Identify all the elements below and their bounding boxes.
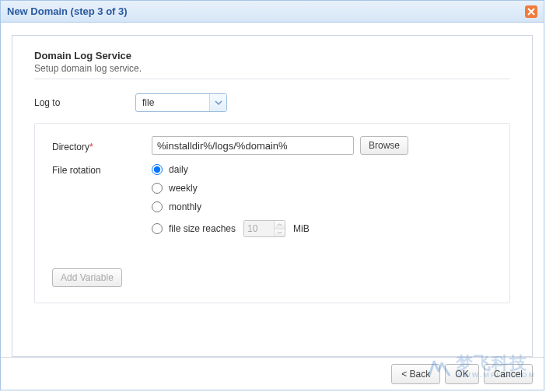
chevron-down-icon xyxy=(277,231,282,234)
file-options-panel: Directory* Browse File rotation daily xyxy=(34,123,510,303)
log-to-row: Log to file xyxy=(34,93,510,112)
chevron-down-icon xyxy=(215,100,222,105)
rotation-option-daily[interactable]: daily xyxy=(152,164,310,175)
radio-monthly[interactable] xyxy=(152,201,163,212)
radio-daily[interactable] xyxy=(152,164,163,175)
section-subtitle: Setup domain log service. xyxy=(34,63,510,74)
content-area: Domain Log Service Setup domain log serv… xyxy=(1,23,544,357)
rotation-row: File rotation daily weekly monthly xyxy=(52,163,492,237)
radio-weekly[interactable] xyxy=(152,183,163,194)
spinner-up[interactable] xyxy=(275,221,285,229)
dialog-title: New Domain (step 3 of 3) xyxy=(7,5,128,17)
rotation-option-weekly[interactable]: weekly xyxy=(152,183,310,194)
spinner-down[interactable] xyxy=(275,229,285,237)
close-icon xyxy=(527,8,535,16)
divider xyxy=(34,79,510,79)
spinner-buttons xyxy=(274,221,285,236)
directory-row: Directory* Browse xyxy=(52,136,492,155)
log-to-dropdown-button[interactable] xyxy=(209,94,226,111)
rotation-radio-group: daily weekly monthly file size reac xyxy=(152,163,310,237)
filesize-spinner[interactable] xyxy=(243,220,285,237)
dialog: New Domain (step 3 of 3) Domain Log Serv… xyxy=(0,0,544,390)
back-button[interactable]: < Back xyxy=(391,364,440,384)
directory-label: Directory* xyxy=(52,139,152,152)
dialog-footer: < Back OK Cancel xyxy=(1,357,544,390)
section-title: Domain Log Service xyxy=(34,50,510,61)
browse-button[interactable]: Browse xyxy=(360,136,408,155)
section-header: Domain Log Service Setup domain log serv… xyxy=(34,50,510,74)
inner-panel: Domain Log Service Setup domain log serv… xyxy=(12,35,533,357)
filesize-input xyxy=(244,221,274,236)
rotation-label: File rotation xyxy=(52,163,152,176)
chevron-up-icon xyxy=(277,223,282,226)
rotation-option-filesize[interactable]: file size reaches MiB xyxy=(152,220,310,237)
log-to-label: Log to xyxy=(34,97,135,108)
titlebar: New Domain (step 3 of 3) xyxy=(1,1,544,23)
rotation-option-monthly[interactable]: monthly xyxy=(152,201,310,212)
required-marker: * xyxy=(89,142,93,152)
log-to-value: file xyxy=(136,97,209,108)
close-button[interactable] xyxy=(525,5,537,18)
directory-input[interactable] xyxy=(152,136,354,155)
add-variable-button[interactable]: Add Variable xyxy=(52,268,122,287)
ok-button[interactable]: OK xyxy=(445,364,478,384)
cancel-button[interactable]: Cancel xyxy=(484,364,533,384)
radio-filesize[interactable] xyxy=(152,223,163,234)
log-to-select[interactable]: file xyxy=(135,93,227,112)
